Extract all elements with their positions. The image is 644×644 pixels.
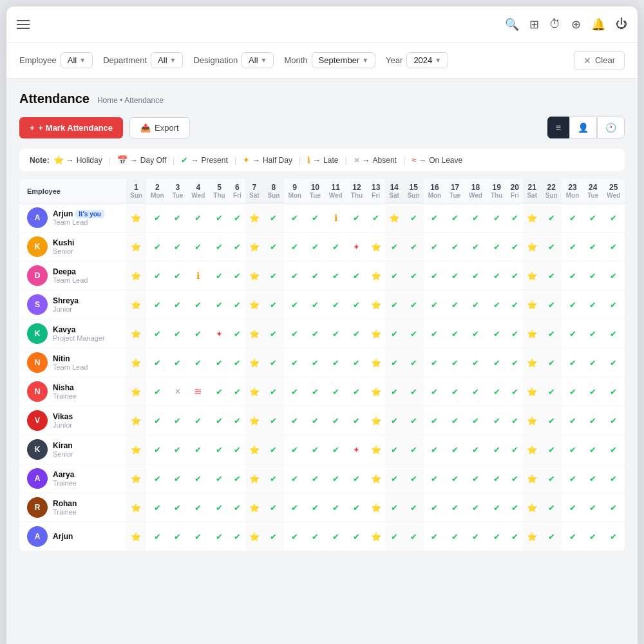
search-icon[interactable]: 🔍 <box>505 17 519 32</box>
bell-icon[interactable]: 🔔 <box>591 17 605 32</box>
attendance-cell[interactable]: ✔ <box>487 204 507 232</box>
attendance-cell[interactable]: ✔ <box>424 261 446 290</box>
attendance-cell[interactable]: ✔ <box>424 522 446 551</box>
attendance-cell[interactable]: ✔ <box>446 464 465 493</box>
attendance-cell[interactable]: ✔ <box>187 319 209 348</box>
attendance-cell[interactable]: ✔ <box>306 204 325 232</box>
attendance-cell[interactable]: ✔ <box>209 348 229 377</box>
attendance-cell[interactable]: ✔ <box>209 377 229 406</box>
attendance-cell[interactable]: ⭐ <box>126 348 147 377</box>
attendance-cell[interactable]: ✔ <box>187 204 209 232</box>
attendance-cell[interactable]: ✔ <box>446 204 465 232</box>
attendance-cell[interactable]: ✔ <box>446 406 465 435</box>
attendance-cell[interactable]: ✔ <box>229 232 245 261</box>
attendance-cell[interactable]: ✔ <box>187 464 209 493</box>
attendance-cell[interactable]: ⭐ <box>126 464 147 493</box>
attendance-cell[interactable]: ✔ <box>507 493 523 522</box>
attendance-cell[interactable]: ✔ <box>464 406 486 435</box>
attendance-cell[interactable]: ⭐ <box>385 204 403 232</box>
attendance-cell[interactable]: ✔ <box>229 406 245 435</box>
add-icon[interactable]: ⊕ <box>571 17 581 32</box>
attendance-cell[interactable]: ✔ <box>487 464 507 493</box>
attendance-cell[interactable]: ✔ <box>284 406 306 435</box>
attendance-cell[interactable]: ✔ <box>541 377 562 406</box>
attendance-cell[interactable]: ✔ <box>446 319 465 348</box>
attendance-cell[interactable]: ✔ <box>487 493 507 522</box>
attendance-cell[interactable]: ⭐ <box>367 464 385 493</box>
attendance-cell[interactable]: ✔ <box>403 261 424 290</box>
time-view-button[interactable]: 🕐 <box>597 117 625 138</box>
attendance-cell[interactable]: ⭐ <box>245 348 263 377</box>
attendance-cell[interactable]: ✔ <box>306 522 325 551</box>
attendance-cell[interactable]: ⭐ <box>126 204 147 232</box>
attendance-cell[interactable]: ✔ <box>367 204 385 232</box>
attendance-cell[interactable]: ⭐ <box>367 377 385 406</box>
attendance-cell[interactable]: ⭐ <box>126 493 147 522</box>
attendance-cell[interactable]: ✔ <box>146 290 168 319</box>
attendance-cell[interactable]: ✔ <box>507 290 523 319</box>
attendance-cell[interactable]: ✔ <box>583 493 603 522</box>
attendance-cell[interactable]: ✔ <box>325 406 346 435</box>
attendance-cell[interactable]: ✔ <box>325 319 346 348</box>
attendance-cell[interactable]: ✔ <box>424 464 446 493</box>
attendance-cell[interactable]: ✔ <box>229 464 245 493</box>
attendance-cell[interactable]: ✔ <box>541 493 562 522</box>
employee-select[interactable]: All ▼ <box>61 52 93 68</box>
attendance-cell[interactable]: ✔ <box>403 204 424 232</box>
attendance-cell[interactable]: ✔ <box>284 232 306 261</box>
attendance-cell[interactable]: ⭐ <box>245 493 263 522</box>
attendance-cell[interactable]: ✔ <box>263 522 284 551</box>
attendance-cell[interactable]: ✔ <box>385 290 403 319</box>
attendance-cell[interactable]: ✔ <box>464 464 486 493</box>
attendance-cell[interactable]: ✔ <box>541 290 562 319</box>
attendance-cell[interactable]: ✔ <box>562 319 583 348</box>
attendance-cell[interactable]: ✔ <box>403 319 424 348</box>
attendance-cell[interactable]: ✔ <box>446 261 465 290</box>
attendance-cell[interactable]: ✔ <box>168 232 187 261</box>
attendance-cell[interactable]: ✔ <box>325 435 346 464</box>
attendance-cell[interactable]: ✔ <box>403 377 424 406</box>
attendance-cell[interactable]: ✔ <box>209 464 229 493</box>
attendance-cell[interactable]: ✔ <box>325 377 346 406</box>
attendance-cell[interactable]: ⭐ <box>126 435 147 464</box>
attendance-cell[interactable]: ✔ <box>562 464 583 493</box>
attendance-cell[interactable]: ✔ <box>346 377 366 406</box>
attendance-cell[interactable]: ✔ <box>209 261 229 290</box>
attendance-cell[interactable]: ✔ <box>583 261 603 290</box>
attendance-cell[interactable]: ✔ <box>562 522 583 551</box>
attendance-cell[interactable]: ✔ <box>187 493 209 522</box>
attendance-cell[interactable]: ✔ <box>209 290 229 319</box>
attendance-cell[interactable]: ✔ <box>487 377 507 406</box>
attendance-cell[interactable]: ✔ <box>385 232 403 261</box>
attendance-cell[interactable]: ✔ <box>562 348 583 377</box>
attendance-cell[interactable]: ✔ <box>403 435 424 464</box>
attendance-cell[interactable]: ✔ <box>263 290 284 319</box>
attendance-cell[interactable]: ✔ <box>603 204 625 232</box>
attendance-cell[interactable]: ✔ <box>229 435 245 464</box>
clock-icon[interactable]: ⏱ <box>549 17 561 31</box>
attendance-cell[interactable]: ✔ <box>403 290 424 319</box>
attendance-cell[interactable]: ✔ <box>562 406 583 435</box>
attendance-cell[interactable]: ✔ <box>263 377 284 406</box>
attendance-cell[interactable]: ✔ <box>187 348 209 377</box>
attendance-cell[interactable]: ✔ <box>603 348 625 377</box>
attendance-cell[interactable]: ✔ <box>325 232 346 261</box>
attendance-cell[interactable]: ✔ <box>187 232 209 261</box>
attendance-cell[interactable]: ✔ <box>507 232 523 261</box>
attendance-cell[interactable]: ✔ <box>464 435 486 464</box>
attendance-cell[interactable]: ✔ <box>346 493 366 522</box>
attendance-cell[interactable]: ⭐ <box>245 464 263 493</box>
attendance-cell[interactable]: ✔ <box>306 348 325 377</box>
attendance-cell[interactable]: ⭐ <box>523 377 541 406</box>
attendance-cell[interactable]: ✔ <box>562 232 583 261</box>
attendance-cell[interactable]: ✔ <box>424 319 446 348</box>
attendance-cell[interactable]: ✔ <box>284 522 306 551</box>
attendance-cell[interactable]: ✔ <box>603 377 625 406</box>
attendance-cell[interactable]: ✔ <box>541 261 562 290</box>
attendance-cell[interactable]: ✔ <box>541 522 562 551</box>
attendance-cell[interactable]: ✔ <box>603 464 625 493</box>
attendance-cell[interactable]: ✔ <box>583 406 603 435</box>
attendance-cell[interactable]: ✔ <box>403 464 424 493</box>
attendance-cell[interactable]: ⭐ <box>126 261 147 290</box>
attendance-cell[interactable]: ✔ <box>229 377 245 406</box>
